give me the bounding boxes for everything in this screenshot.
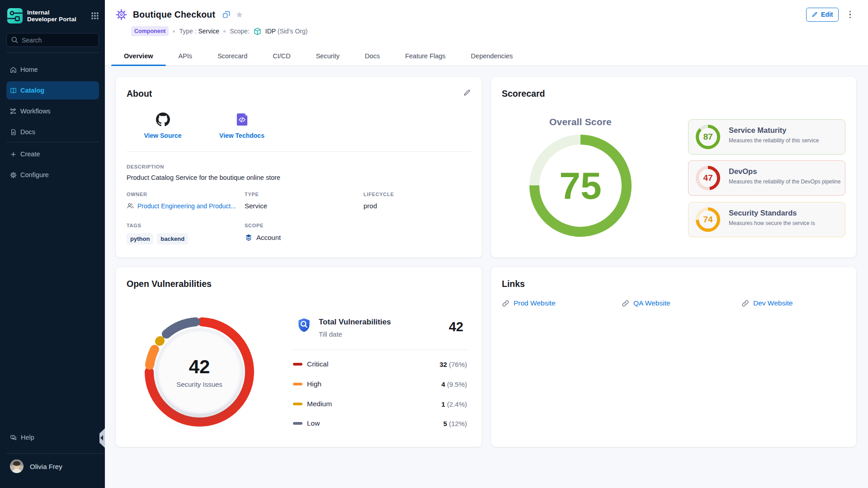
svg-text:?: ?: [12, 436, 14, 438]
